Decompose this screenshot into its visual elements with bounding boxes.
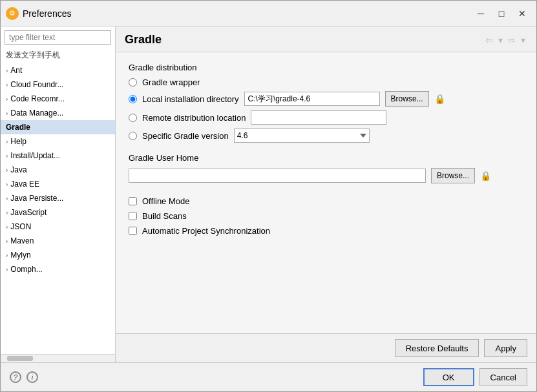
sidebar-item-javascript[interactable]: › JavaScript xyxy=(1,205,115,220)
local-install-input[interactable] xyxy=(244,92,380,106)
sidebar: 发送文字到手机 › Ant › Cloud Foundr... › Code R… xyxy=(1,26,116,362)
sidebar-item-maven[interactable]: › Maven xyxy=(1,234,115,248)
radio-label-specific[interactable]: Specific Gradle version xyxy=(142,131,229,141)
content-footer: Restore Defaults Apply xyxy=(116,333,536,362)
sidebar-item-oomph[interactable]: › Oomph... xyxy=(1,262,115,276)
window-footer: ? i OK Cancel xyxy=(1,362,536,391)
apply-button[interactable]: Apply xyxy=(484,339,527,357)
nav-back-dropdown[interactable]: ▾ xyxy=(496,34,505,46)
sidebar-item-chinese[interactable]: 发送文字到手机 xyxy=(1,47,115,63)
sidebar-item-gradle[interactable]: Gradle xyxy=(1,120,115,134)
title-bar-left: ⚙ Preferences xyxy=(6,7,71,20)
app-icon: ⚙ xyxy=(6,7,19,20)
sidebar-item-data-manage[interactable]: › Data Manage... xyxy=(1,106,115,120)
sidebar-item-help[interactable]: › Help xyxy=(1,134,115,149)
restore-defaults-button[interactable]: Restore Defaults xyxy=(395,339,479,357)
sidebar-item-mylyn[interactable]: › Mylyn xyxy=(1,248,115,262)
chevron-right-icon: › xyxy=(6,152,8,160)
user-home-input[interactable] xyxy=(129,169,426,183)
radio-local-install[interactable] xyxy=(129,95,137,103)
sidebar-item-java-ee[interactable]: › Java EE xyxy=(1,177,115,191)
radio-specific-version[interactable] xyxy=(129,132,137,140)
footer-help-icons: ? i xyxy=(10,371,38,383)
distribution-section-label: Gradle distribution xyxy=(129,63,523,72)
chevron-right-icon: › xyxy=(6,138,8,145)
checkboxes-section: Offline Mode Build Scans Automatic Proje… xyxy=(129,196,523,236)
chevron-right-icon: › xyxy=(6,81,8,88)
sidebar-item-label: JavaScript xyxy=(10,208,47,217)
checkbox-row-auto-sync: Automatic Project Synchronization xyxy=(129,226,523,236)
filter-input[interactable] xyxy=(5,30,111,45)
help-icon[interactable]: ? xyxy=(10,371,21,383)
radio-label-local[interactable]: Local installation directory xyxy=(142,94,239,104)
chevron-right-icon: › xyxy=(6,181,8,188)
checkbox-build-scans[interactable] xyxy=(129,212,137,220)
sidebar-item-java-persist[interactable]: › Java Persiste... xyxy=(1,191,115,205)
sidebar-item-java[interactable]: › Java xyxy=(1,163,115,177)
sidebar-hscroll[interactable] xyxy=(1,354,115,362)
sidebar-item-code-recomr[interactable]: › Code Recomr... xyxy=(1,92,115,106)
browse-home-button[interactable]: Browse... xyxy=(431,168,475,183)
specific-version-select[interactable]: 4.6 xyxy=(234,129,370,143)
main-content: 发送文字到手机 › Ant › Cloud Foundr... › Code R… xyxy=(1,26,536,362)
remote-dist-input[interactable] xyxy=(251,110,386,125)
gradle-distribution-options: Gradle wrapper Local installation direct… xyxy=(129,77,523,143)
radio-row-remote: Remote distribution location xyxy=(129,110,523,125)
sidebar-item-ant[interactable]: › Ant xyxy=(1,63,115,77)
checkbox-auto-sync[interactable] xyxy=(129,227,137,235)
radio-row-wrapper: Gradle wrapper xyxy=(129,77,523,87)
sidebar-item-label: Help xyxy=(10,137,26,146)
sidebar-item-install[interactable]: › Install/Updat... xyxy=(1,149,115,163)
sidebar-item-json[interactable]: › JSON xyxy=(1,220,115,234)
content-body: Gradle distribution Gradle wrapper Local… xyxy=(116,52,536,333)
chevron-right-icon: › xyxy=(6,252,8,259)
radio-label-remote[interactable]: Remote distribution location xyxy=(142,113,246,123)
chevron-right-icon: › xyxy=(6,209,8,216)
sidebar-item-label: Java EE xyxy=(10,180,39,189)
window-controls: ─ □ ✕ xyxy=(472,6,531,21)
maximize-button[interactable]: □ xyxy=(492,6,511,21)
sidebar-item-label: Install/Updat... xyxy=(10,151,60,160)
content-title: Gradle xyxy=(125,33,162,46)
sidebar-item-label: Maven xyxy=(10,236,34,245)
nav-forward-button[interactable]: ⇨ xyxy=(506,34,518,46)
radio-remote-dist[interactable] xyxy=(129,114,137,122)
browse-local-button[interactable]: Browse... xyxy=(385,91,429,107)
lock-icon: 🔒 xyxy=(434,94,445,104)
chevron-right-icon: › xyxy=(6,167,8,174)
radio-gradle-wrapper[interactable] xyxy=(129,78,137,87)
checkbox-label-offline[interactable]: Offline Mode xyxy=(142,196,189,206)
sidebar-item-label: Oomph... xyxy=(10,265,42,274)
footer-action-buttons: OK Cancel xyxy=(423,368,527,386)
minimize-button[interactable]: ─ xyxy=(472,6,490,21)
radio-label-wrapper[interactable]: Gradle wrapper xyxy=(142,77,200,87)
sidebar-item-label: JSON xyxy=(10,222,31,231)
sidebar-item-label: Gradle xyxy=(6,123,30,132)
nav-back-button[interactable]: ⇦ xyxy=(483,34,495,46)
lock-icon-home: 🔒 xyxy=(480,170,491,181)
sidebar-item-label: Ant xyxy=(10,66,22,75)
chevron-right-icon: › xyxy=(6,266,8,273)
ok-button[interactable]: OK xyxy=(423,368,474,386)
cancel-button[interactable]: Cancel xyxy=(479,368,527,386)
info-icon[interactable]: i xyxy=(26,371,38,383)
close-button[interactable]: ✕ xyxy=(513,6,531,21)
content-header: Gradle ⇦ ▾ ⇨ ▾ xyxy=(116,26,536,52)
checkbox-label-auto-sync[interactable]: Automatic Project Synchronization xyxy=(142,226,270,236)
title-bar: ⚙ Preferences ─ □ ✕ xyxy=(1,1,536,26)
checkbox-label-build-scans[interactable]: Build Scans xyxy=(142,211,187,221)
sidebar-item-label: Mylyn xyxy=(10,251,30,260)
preferences-window: ⚙ Preferences ─ □ ✕ 发送文字到手机 › Ant › xyxy=(0,0,537,392)
sidebar-item-label: Java Persiste... xyxy=(10,194,63,203)
chevron-right-icon: › xyxy=(6,238,8,245)
sidebar-scroll-area[interactable]: 发送文字到手机 › Ant › Cloud Foundr... › Code R… xyxy=(1,47,115,354)
nav-forward-dropdown[interactable]: ▾ xyxy=(519,34,527,46)
sidebar-item-label: Cloud Foundr... xyxy=(10,80,63,89)
hscroll-thumb xyxy=(7,356,33,361)
sidebar-item-cloud-foundry[interactable]: › Cloud Foundr... xyxy=(1,77,115,92)
checkbox-offline-mode[interactable] xyxy=(129,197,137,205)
checkbox-row-offline: Offline Mode xyxy=(129,196,523,206)
sidebar-item-label: Data Manage... xyxy=(10,108,63,118)
user-home-label: Gradle User Home xyxy=(129,153,523,163)
chevron-right-icon: › xyxy=(6,96,8,103)
